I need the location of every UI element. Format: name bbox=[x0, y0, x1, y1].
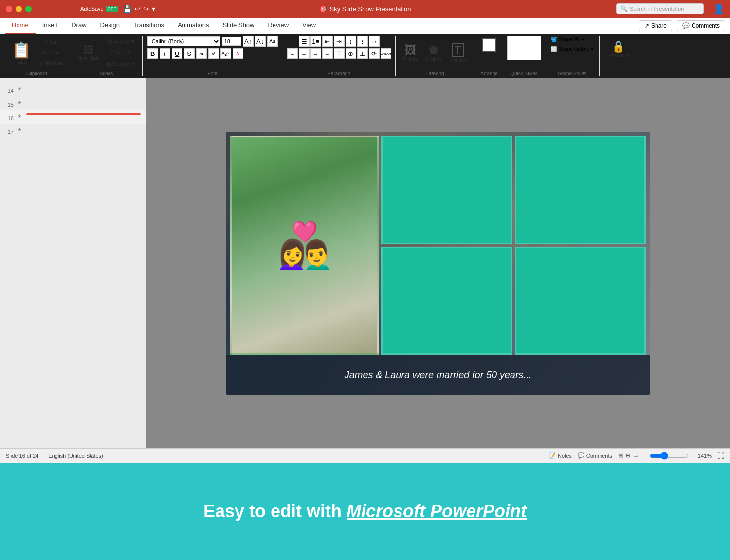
close-button[interactable] bbox=[6, 6, 12, 12]
align-right-btn[interactable]: ≡ bbox=[310, 48, 321, 59]
picture-button[interactable]: 🖼 Picture bbox=[401, 39, 421, 66]
tab-slideshow[interactable]: Slide Show bbox=[216, 18, 261, 34]
copy-button[interactable]: ⧉ Copy bbox=[36, 48, 66, 57]
paste-button[interactable]: 📋 Paste bbox=[8, 40, 35, 66]
align-center-btn[interactable]: ≡ bbox=[299, 48, 310, 59]
share-button[interactable]: ↗ Share bbox=[639, 20, 672, 31]
drawing-group: 🖼 Picture ⬟ Shapes T Text Box Drawing bbox=[397, 36, 474, 76]
line-spacing-btn[interactable]: ↕ bbox=[346, 36, 356, 47]
tab-insert[interactable]: Insert bbox=[36, 18, 65, 34]
tab-review[interactable]: Review bbox=[261, 18, 295, 34]
para-direction-btn[interactable]: ↔ bbox=[369, 36, 380, 47]
text-direction-btn[interactable]: ⟳ bbox=[369, 48, 380, 59]
photo-cell-bottom-right-1 bbox=[381, 247, 512, 355]
comments-button[interactable]: 💬 Comments bbox=[677, 20, 725, 31]
shapes-icon: ⬟ bbox=[429, 44, 438, 56]
app-title-text: Sky Slide Show Presentation bbox=[330, 5, 411, 13]
cut-label: Cut bbox=[50, 39, 58, 45]
font-size-input[interactable] bbox=[222, 37, 241, 46]
italic-btn[interactable]: I bbox=[160, 48, 170, 59]
new-slide-button[interactable]: 🖼 New Slide bbox=[75, 39, 103, 66]
columns-btn[interactable]: ⫶ bbox=[357, 36, 368, 47]
clipboard-label: Clipboard bbox=[26, 70, 47, 76]
bold-btn[interactable]: B bbox=[147, 48, 158, 59]
vertical-mid-btn[interactable]: ⊕ bbox=[346, 48, 356, 59]
slide-num-15: 15 bbox=[5, 102, 14, 108]
search-placeholder: Search in Presentation bbox=[630, 6, 684, 12]
notes-button[interactable]: 📝 Notes bbox=[549, 452, 572, 459]
numbering-btn[interactable]: 1≡ bbox=[310, 36, 321, 47]
font-decrease-btn[interactable]: A↓ bbox=[255, 36, 266, 47]
tab-animations[interactable]: Animations bbox=[171, 18, 216, 34]
couple-area: 👩‍❤️‍👨 bbox=[232, 137, 377, 353]
superscript-btn[interactable]: x² bbox=[208, 48, 219, 59]
redo-icon[interactable]: ↪ bbox=[143, 5, 149, 13]
para-convert-btn[interactable]: SmArt bbox=[381, 48, 391, 59]
search-box[interactable]: 🔍 Search in Presentation bbox=[616, 3, 704, 14]
shape-outline-option[interactable]: ⬜ Shape Outline ▾ bbox=[549, 45, 595, 53]
comments-label: Comments bbox=[692, 22, 720, 29]
tab-home[interactable]: Home bbox=[5, 18, 36, 34]
font-increase-btn[interactable]: A↑ bbox=[243, 36, 254, 47]
layout-button[interactable]: ▤ Layout ▾ bbox=[104, 36, 138, 46]
shapes-button[interactable]: ⬟ Shapes bbox=[422, 39, 445, 66]
zoom-out-btn[interactable]: − bbox=[644, 453, 647, 459]
shape-format-label: Shape Styles bbox=[558, 70, 586, 76]
slide-item-17[interactable]: 17 ★ Christmas' and fun times... bbox=[0, 124, 146, 138]
zoom-in-btn[interactable]: + bbox=[692, 453, 694, 459]
zoom-slider[interactable] bbox=[650, 452, 689, 460]
align-justify-btn[interactable]: ≡ bbox=[322, 48, 333, 59]
textbox-icon: T bbox=[452, 43, 464, 57]
cut-button[interactable]: ✂ Cut bbox=[36, 37, 66, 47]
ribbon-content: 📋 Paste ✂ Cut ⧉ Copy 🖌 bbox=[0, 34, 730, 78]
reset-button[interactable]: ↺ Reset bbox=[104, 48, 138, 57]
photo-cell-top-right-2 bbox=[515, 136, 646, 244]
vertical-top-btn[interactable]: ⊤ bbox=[334, 48, 345, 59]
decrease-indent-btn[interactable]: ⇤ bbox=[322, 36, 333, 47]
slide-item-15[interactable]: 15 ★ There were many family adventures..… bbox=[0, 97, 146, 110]
search-icon: 🔍 bbox=[620, 5, 628, 12]
reading-view-icon[interactable]: ▭ bbox=[633, 452, 638, 459]
increase-indent-btn[interactable]: ⇥ bbox=[334, 36, 345, 47]
sensitivity-button[interactable]: 🔒 Sensitivity bbox=[604, 36, 632, 62]
minimize-button[interactable] bbox=[16, 6, 22, 12]
strikethrough-btn[interactable]: S bbox=[184, 48, 195, 59]
shape-fill-option[interactable]: 🪣 Shape Fill ▾ bbox=[549, 36, 595, 43]
clear-format-btn[interactable]: Aa bbox=[267, 36, 278, 47]
arrange-button[interactable] bbox=[479, 36, 499, 54]
more-icon[interactable]: ▾ bbox=[152, 5, 155, 13]
vertical-bot-btn[interactable]: ⊥ bbox=[357, 48, 368, 59]
quick-styles-label: Quick Styles bbox=[511, 71, 538, 76]
fit-page-icon[interactable]: ⛶ bbox=[717, 452, 724, 460]
tab-view[interactable]: View bbox=[295, 18, 323, 34]
font-family-select[interactable]: Calibri (Body) bbox=[147, 36, 220, 46]
tab-design[interactable]: Design bbox=[93, 18, 127, 34]
font-color-btn[interactable]: A bbox=[233, 48, 243, 59]
section-button[interactable]: ▦ Section ▾ bbox=[104, 59, 138, 69]
underline-btn[interactable]: U bbox=[172, 48, 182, 59]
font-group-label: Font bbox=[208, 70, 218, 76]
main-slide-canvas[interactable]: 👩‍❤️‍👨 James & Laura were married for 50… bbox=[226, 132, 650, 395]
text-highlight-btn[interactable]: A🖊 bbox=[220, 48, 231, 59]
slide-item-14[interactable]: 14 ★ James & Laura had two beautiful dau… bbox=[0, 83, 146, 97]
outline-icon: ⬜ bbox=[551, 46, 557, 52]
textbox-button[interactable]: T Text Box bbox=[446, 39, 470, 66]
tab-draw[interactable]: Draw bbox=[65, 18, 93, 34]
slide-caption-text: James & Laura were married for 50 years.… bbox=[345, 369, 532, 380]
maximize-button[interactable] bbox=[25, 6, 32, 12]
bullets-btn[interactable]: ☰ bbox=[299, 36, 310, 47]
save-icon[interactable]: 💾 bbox=[123, 5, 131, 13]
subscript-btn[interactable]: x₂ bbox=[196, 48, 207, 59]
comments-status-button[interactable]: 💬 Comments bbox=[578, 452, 612, 459]
format-button[interactable]: 🖌 Format bbox=[36, 58, 66, 68]
arrange-label: Arrange bbox=[480, 70, 498, 76]
quick-styles-box[interactable] bbox=[507, 36, 541, 60]
title-bar: AutoSave OFF 💾 ↩ ↪ ▾ 🎯 Sky Slide Show Pr… bbox=[0, 0, 730, 18]
slide-sorter-icon[interactable]: ⊞ bbox=[626, 452, 630, 459]
tab-transitions[interactable]: Transitions bbox=[127, 18, 171, 34]
slide-item-16[interactable]: 16 ★ 👫 bbox=[0, 110, 146, 124]
undo-icon[interactable]: ↩ bbox=[134, 5, 140, 13]
align-left-btn[interactable]: ≡ bbox=[287, 48, 298, 59]
content-wrapper: 14 ★ James & Laura had two beautiful dau… bbox=[0, 78, 730, 448]
normal-view-icon[interactable]: ▤ bbox=[618, 452, 623, 459]
